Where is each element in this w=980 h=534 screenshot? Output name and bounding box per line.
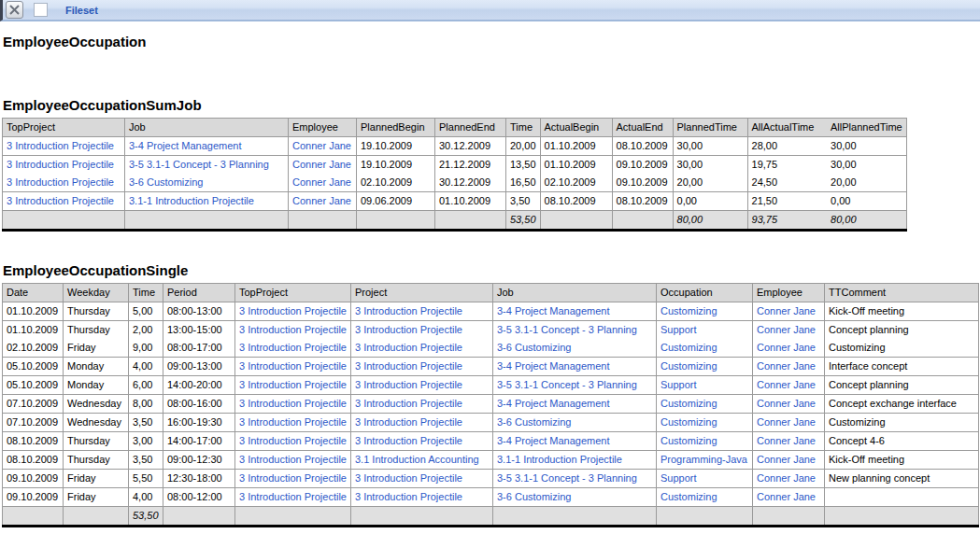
cell: 6,00 [129, 376, 163, 395]
cell: New planning concept [825, 470, 979, 488]
cell-link[interactable]: 3 Introduction Projectile [7, 140, 114, 151]
cell-link[interactable]: 3-6 Customizing [497, 491, 571, 502]
table-row: 08.10.2009Thursday3,5009:00-12:303 Intro… [3, 451, 979, 470]
cell-link[interactable]: 3-5 3.1-1 Concept - 3 Planning [497, 379, 637, 390]
cell-link[interactable]: Conner Jane [757, 379, 816, 390]
cell-link[interactable]: 3 Introduction Projectile [7, 176, 114, 188]
cell-link[interactable]: Customizing [660, 305, 717, 316]
cell-link[interactable]: 3 Introduction Projectile [239, 435, 347, 446]
cell-link[interactable]: Customizing [660, 398, 717, 409]
cell-link[interactable]: Conner Jane [292, 159, 351, 170]
single-table-title: EmployeeOccupationSingle [3, 262, 980, 278]
cell-link[interactable]: Conner Jane [757, 416, 816, 428]
cell-link[interactable]: Support [660, 472, 697, 484]
cell-link[interactable]: Customizing [660, 491, 717, 502]
cell-link[interactable]: 3.1-1 Introduction Projectile [497, 454, 622, 465]
cell-link[interactable]: Conner Jane [757, 472, 816, 484]
cell-link[interactable]: 3 Introduction Projectile [239, 398, 347, 409]
cell-link[interactable]: 3 Introduction Projectile [239, 454, 347, 465]
cell-link[interactable]: Conner Jane [757, 454, 816, 465]
page-title: EmployeeOccupation [3, 34, 980, 49]
column-header-allplannedtime: AllPlannedTime [827, 119, 906, 137]
cell-link[interactable]: 3 Introduction Projectile [355, 360, 462, 372]
cell: Conner Jane [753, 470, 825, 488]
cell-link[interactable]: Customizing [660, 360, 717, 372]
cell-link[interactable]: Support [660, 324, 697, 335]
cell-link[interactable]: Support [660, 379, 697, 390]
cell: 3 Introduction Projectile [351, 339, 493, 358]
cell-link[interactable]: 3-6 Customizing [497, 416, 571, 428]
cell-link[interactable]: Programming-Java [660, 454, 747, 465]
cell-link[interactable]: 3 Introduction Projectile [239, 305, 347, 316]
tab-fileset[interactable]: Fileset [34, 3, 98, 17]
cell-link[interactable]: Conner Jane [292, 140, 351, 151]
cell-link[interactable]: Customizing [660, 416, 717, 428]
cell-link[interactable]: 3 Introduction Projectile [7, 159, 114, 170]
footer-empty-cell [493, 507, 657, 527]
table-row: 01.10.2009Thursday2,0013:00-15:003 Intro… [3, 321, 979, 340]
cell-link[interactable]: 3 Introduction Projectile [355, 305, 462, 316]
cell-link[interactable]: Conner Jane [757, 324, 816, 335]
cell: 01.10.2009 [435, 192, 506, 211]
cell: Conner Jane [753, 302, 825, 321]
cell-link[interactable]: 3 Introduction Projectile [355, 379, 462, 390]
cell-link[interactable]: 3 Introduction Projectile [355, 472, 462, 484]
cell: 20,00 [827, 174, 906, 192]
cell: 3-4 Project Management [493, 395, 657, 414]
cell-link[interactable]: 3 Introduction Projectile [239, 416, 347, 428]
header-row: TopProjectJobEmployeePlannedBeginPlanned… [3, 119, 907, 137]
cell-link[interactable]: 3 Introduction Projectile [239, 491, 347, 502]
cell: Concept planning [825, 321, 979, 340]
cell-link[interactable]: 3 Introduction Projectile [355, 342, 462, 353]
cell-link[interactable]: Conner Jane [292, 176, 351, 188]
cell: 3 Introduction Projectile [235, 339, 351, 358]
cell-link[interactable]: 3-6 Customizing [497, 342, 571, 353]
cell: Conner Jane [289, 174, 357, 192]
close-button[interactable] [6, 1, 23, 19]
cell-link[interactable]: Conner Jane [292, 195, 351, 206]
cell-link[interactable]: Conner Jane [757, 360, 816, 372]
cell-link[interactable]: Conner Jane [757, 342, 816, 353]
cell: 3 Introduction Projectile [235, 414, 351, 432]
cell-link[interactable]: Conner Jane [757, 398, 816, 409]
cell: 16,50 [506, 174, 541, 192]
cell: 19,75 [747, 156, 827, 175]
cell-link[interactable]: 3 Introduction Projectile [355, 324, 462, 335]
cell-link[interactable]: 3 Introduction Projectile [355, 416, 462, 428]
cell-link[interactable]: 3 Introduction Projectile [239, 342, 347, 353]
cell-link[interactable]: 3 Introduction Projectile [355, 491, 462, 502]
cell-link[interactable]: 3.1 Introduction Accounting [355, 454, 479, 465]
cell-link[interactable]: 3 Introduction Projectile [355, 435, 462, 446]
cell-link[interactable]: 3 Introduction Projectile [239, 472, 347, 484]
cell-link[interactable]: 3-6 Customizing [129, 176, 203, 188]
cell: Support [657, 470, 753, 488]
cell: 3 Introduction Projectile [235, 395, 351, 414]
cell-link[interactable]: 3 Introduction Projectile [355, 398, 462, 409]
cell-link[interactable]: 3-4 Project Management [497, 435, 609, 446]
column-header-time: Time [129, 284, 163, 302]
cell: 3 Introduction Projectile [3, 156, 125, 175]
window-titlebar: Fileset [0, 0, 980, 21]
cell-link[interactable]: 3-4 Project Management [497, 360, 609, 372]
cell-link[interactable]: 3-5 3.1-1 Concept - 3 Planning [497, 324, 637, 335]
footer-sum-value: 80,00 [827, 211, 906, 231]
cell: Thursday [64, 302, 129, 321]
cell-link[interactable]: 3-4 Project Management [497, 398, 609, 409]
cell-link[interactable]: 3 Introduction Projectile [7, 195, 114, 206]
cell-link[interactable]: Customizing [660, 435, 717, 446]
cell-link[interactable]: 3 Introduction Projectile [239, 360, 347, 372]
cell-link[interactable]: Conner Jane [757, 305, 816, 316]
cell-link[interactable]: 3-5 3.1-1 Concept - 3 Planning [497, 472, 637, 484]
cell-link[interactable]: 3-5 3.1-1 Concept - 3 Planning [129, 159, 269, 170]
footer-sum-value: 80,00 [673, 211, 747, 231]
cell-link[interactable]: Conner Jane [757, 491, 816, 502]
cell-link[interactable]: Conner Jane [757, 435, 816, 446]
cell: 08:00-17:00 [163, 339, 235, 358]
cell-link[interactable]: 3 Introduction Projectile [239, 379, 347, 390]
cell-link[interactable]: 3-4 Project Management [497, 305, 609, 316]
cell-link[interactable]: 3 Introduction Projectile [239, 324, 347, 335]
cell-link[interactable]: 3-4 Project Management [129, 140, 241, 151]
cell-link[interactable]: 3.1-1 Introduction Projectile [129, 195, 254, 206]
cell-link[interactable]: Customizing [660, 342, 717, 353]
cell: Support [657, 376, 753, 395]
